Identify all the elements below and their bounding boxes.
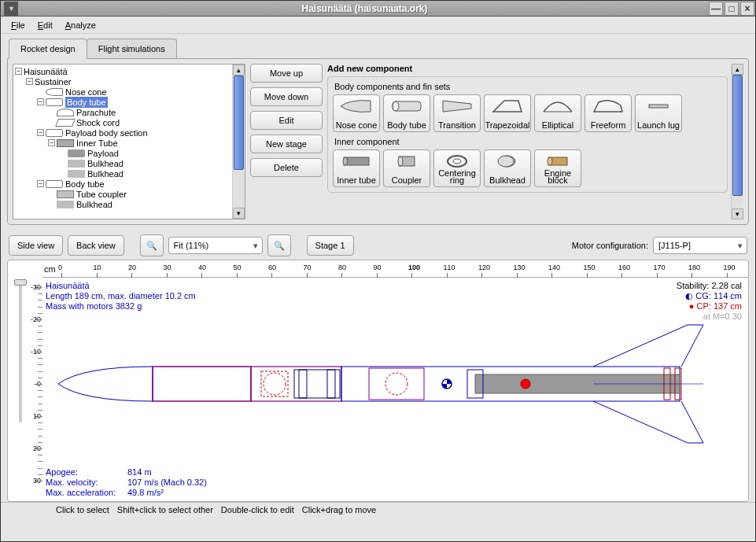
tree-item-label: Bulkhead: [87, 168, 124, 179]
tree-toggle-icon[interactable]: −: [15, 68, 22, 75]
status-bar: Click to select Shift+click to select ot…: [1, 502, 755, 518]
back-view-button[interactable]: Back view: [68, 235, 124, 256]
diagram-area[interactable]: cm 0102030405060708090100110120130140150…: [7, 260, 749, 502]
component-coupler-button[interactable]: Coupler: [383, 149, 430, 187]
menu-edit[interactable]: Edit: [31, 18, 59, 32]
ruler-tick: 190: [724, 264, 736, 271]
component-launch-lug-button[interactable]: Launch lug: [635, 94, 682, 132]
component-freeform-button[interactable]: Freeform: [585, 94, 632, 132]
svg-point-8: [448, 156, 467, 167]
zoom-in-icon: 🔍: [274, 241, 285, 251]
zoom-select[interactable]: Fit (11%): [168, 237, 263, 254]
ruler-tick: 130: [514, 264, 526, 271]
tree-row[interactable]: Parachute: [15, 107, 230, 117]
tree-row[interactable]: −Sustainer: [15, 76, 230, 87]
tree-row[interactable]: Tube coupler: [15, 189, 230, 199]
tree-row[interactable]: −Inner Tube: [15, 138, 230, 148]
side-view-button[interactable]: Side view: [9, 235, 63, 256]
tree-row[interactable]: −Haisunäätä: [15, 66, 230, 76]
close-button[interactable]: ×: [740, 2, 754, 16]
tree-item-label: Parachute: [76, 107, 116, 118]
tree-scrollbar[interactable]: ▴ ▾: [232, 65, 245, 219]
zoom-in-button[interactable]: 🔍: [267, 234, 291, 256]
tree-item-label: Sustainer: [35, 76, 71, 87]
action-button-column: Move up Move down Edit New stage Delete: [250, 64, 323, 219]
tree-toggle-icon[interactable]: −: [37, 180, 44, 187]
svg-point-9: [453, 159, 461, 164]
minimize-button[interactable]: —: [709, 2, 723, 16]
tree-row[interactable]: Bulkhead: [15, 158, 230, 168]
move-down-button[interactable]: Move down: [250, 87, 323, 106]
tree-row[interactable]: Payload: [15, 148, 230, 158]
velocity-label: Max. velocity:: [46, 477, 127, 488]
velocity-value: 107 m/s (Mach 0.32): [127, 477, 207, 487]
tree-row[interactable]: Bulkhead: [15, 199, 230, 209]
delete-button[interactable]: Delete: [250, 158, 323, 177]
zoom-out-button[interactable]: 🔍: [140, 234, 164, 256]
scroll-down-icon[interactable]: ▾: [732, 208, 743, 219]
component-trapezoidal-button[interactable]: Trapezoidal: [484, 94, 531, 132]
component-nose-cone-button[interactable]: Nose cone: [333, 94, 380, 132]
apogee-value: 814 m: [127, 467, 152, 477]
component-engine-block-button[interactable]: Engine block: [534, 149, 581, 187]
title-bar[interactable]: ▾ Haisunäätä (haisunaata.ork) — □ ×: [1, 1, 755, 17]
ruler-tick: 30: [164, 264, 171, 271]
tube-icon: [46, 98, 63, 106]
rocket-canvas[interactable]: Haisunäätä Length 189 cm, max. diameter …: [42, 278, 748, 501]
scroll-down-icon[interactable]: ▾: [233, 208, 245, 219]
component-centering-ring-button[interactable]: Centering ring: [433, 149, 481, 187]
tab-rocket-design[interactable]: Rocket design: [9, 39, 87, 59]
scroll-thumb[interactable]: [234, 76, 244, 170]
zoom-out-icon: 🔍: [146, 241, 157, 251]
tree-item-label: Payload: [87, 148, 119, 159]
add-panel-scrollbar[interactable]: ▴ ▾: [731, 64, 743, 219]
component-tree[interactable]: −Haisunäätä−SustainerNose cone−Body tube…: [13, 64, 245, 219]
centering-ring-icon: [440, 153, 474, 170]
scroll-thumb[interactable]: [732, 75, 743, 196]
tree-toggle-icon[interactable]: −: [26, 78, 33, 85]
tab-flight-simulations[interactable]: Flight simulations: [87, 39, 177, 59]
component-label: Centering ring: [435, 170, 479, 184]
component-bulkhead-button[interactable]: Bulkhead: [484, 149, 531, 187]
motor-config-select[interactable]: [J115-P]: [653, 237, 747, 254]
tree-row[interactable]: −Payload body section: [15, 127, 230, 138]
tree-row[interactable]: −Body tube: [15, 179, 230, 189]
component-body-tube-button[interactable]: Body tube: [383, 94, 430, 132]
svg-point-13: [548, 157, 552, 165]
component-transition-button[interactable]: Transition: [433, 94, 481, 132]
bulk-icon: [68, 170, 85, 178]
add-component-panel: Add new component Body components and fi…: [327, 64, 743, 219]
tree-item-label: Bulkhead: [87, 158, 124, 169]
tree-row[interactable]: Nose cone: [15, 87, 230, 97]
ruler-tick: 110: [444, 264, 455, 271]
tree-row[interactable]: Bulkhead: [15, 168, 230, 179]
scroll-up-icon[interactable]: ▴: [233, 65, 245, 76]
tree-row[interactable]: −Body tube: [15, 97, 230, 107]
scroll-up-icon[interactable]: ▴: [732, 64, 743, 75]
mass-icon: [68, 149, 85, 157]
tree-toggle-icon[interactable]: −: [48, 139, 55, 146]
status-hint-2: Shift+click to select other: [117, 505, 213, 515]
component-label: Bulkhead: [489, 177, 526, 184]
flight-stats: Apogee:814 m Max. velocity:107 m/s (Mach…: [46, 467, 207, 498]
svg-point-5: [343, 157, 348, 165]
tree-row[interactable]: Shock cord: [15, 117, 230, 127]
component-inner-tube-button[interactable]: Inner tube: [333, 149, 380, 187]
inner-tube-icon: [339, 153, 374, 170]
stage-button[interactable]: Stage 1: [307, 235, 354, 256]
maximize-button[interactable]: □: [725, 2, 739, 16]
tree-body[interactable]: −Haisunäätä−SustainerNose cone−Body tube…: [13, 65, 232, 219]
move-up-button[interactable]: Move up: [250, 64, 323, 83]
edit-button[interactable]: Edit: [250, 111, 323, 130]
system-menu-icon[interactable]: ▾: [4, 2, 18, 16]
horizontal-ruler: cm 0102030405060708090100110120130140150…: [42, 260, 748, 278]
menu-analyze[interactable]: Analyze: [59, 18, 102, 32]
status-hint-4: Click+drag to move: [302, 505, 376, 515]
menu-file[interactable]: File: [5, 18, 31, 32]
tree-toggle-icon[interactable]: −: [37, 129, 44, 136]
tree-toggle-icon[interactable]: −: [37, 98, 44, 105]
new-stage-button[interactable]: New stage: [250, 135, 323, 153]
component-elliptical-button[interactable]: Elliptical: [534, 94, 581, 132]
trapezoidal-icon: [490, 98, 525, 115]
elliptical-icon: [540, 98, 575, 115]
